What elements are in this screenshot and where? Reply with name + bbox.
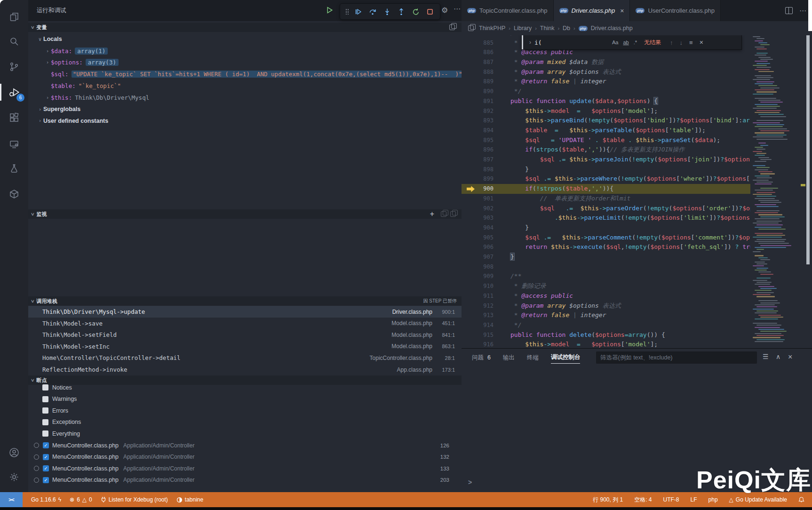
breakpoint-entry[interactable]: ✓MenuController.class.phpApplication/Adm… (28, 462, 462, 474)
breakpoint-filter-everything[interactable]: Everything (28, 428, 462, 439)
close-find-icon[interactable]: × (700, 39, 703, 46)
regex-icon[interactable]: .* (634, 40, 637, 45)
checkbox-checked[interactable]: ✓ (43, 442, 49, 448)
overview-ruler[interactable] (800, 35, 812, 348)
code-line[interactable]: 914 */ (462, 320, 750, 330)
problems-item[interactable]: ⊗6 △0 (70, 496, 92, 503)
go-update-item[interactable]: △Go Update Available (729, 496, 787, 503)
code-line[interactable]: 915public function delete($options=array… (462, 330, 750, 340)
code-line[interactable]: 892 $this->model = $options['model']; (462, 106, 750, 116)
code-line[interactable]: 909/** (462, 271, 750, 281)
run-debug-icon[interactable]: 6 (0, 81, 28, 104)
code-line[interactable]: 888 * @param array $options 表达式 (462, 67, 750, 77)
tabnine-item[interactable]: tabnine (176, 496, 203, 503)
code-line[interactable]: 907} (462, 252, 750, 262)
maximize-panel-icon[interactable]: ∧ (776, 353, 780, 360)
collapse-watch-icon[interactable] (450, 211, 456, 217)
watch-section-header[interactable]: ∨ 监视 + (28, 209, 462, 219)
checkbox[interactable] (42, 430, 48, 437)
tab-terminal[interactable]: 终端 (527, 352, 539, 364)
tab-problems[interactable]: 问题6 (472, 352, 491, 364)
breadcrumb-item[interactable]: Driver.class.php (591, 25, 633, 32)
start-debug-icon[interactable] (325, 5, 334, 15)
close-tab-icon[interactable]: × (620, 7, 624, 15)
code-line[interactable]: 890 */ (462, 87, 750, 96)
find-input[interactable]: i( (534, 39, 610, 46)
test-icon[interactable] (0, 157, 28, 180)
code-line[interactable]: 911 * @access public (462, 291, 750, 301)
more-actions-icon[interactable]: ⋯ (799, 7, 806, 15)
code-line[interactable]: 900 if(!strpos($table,',')){ (462, 184, 750, 194)
code-line[interactable]: 891public function update($data,$options… (462, 96, 750, 106)
filter-icon[interactable]: ☰ (763, 353, 769, 360)
stack-frame[interactable]: Think\Model->saveModel.class.php451:1 (28, 318, 462, 329)
variable-row[interactable]: ›$options:array(3) (28, 56, 462, 68)
checkbox[interactable] (42, 407, 48, 414)
code-line[interactable]: 912 * @param array $options 表达式 (462, 301, 750, 311)
split-editor-icon[interactable] (785, 7, 793, 14)
variables-scope-superglobals[interactable]: ›Superglobals (28, 104, 462, 115)
variable-row[interactable]: ›$this:Think\Db\Driver\Mysql (28, 92, 462, 104)
code-line[interactable]: 905 $sql .= $this->parseComment(!empty($… (462, 233, 750, 243)
code-line[interactable]: 896 if(strpos($table,',')){// 多表更新支持JOIN… (462, 145, 750, 155)
breakpoint-entry[interactable]: ✓MenuController.class.phpApplication/Adm… (28, 474, 462, 486)
add-watch-icon[interactable]: + (430, 210, 434, 218)
explorer-icon[interactable] (0, 6, 28, 28)
code-line[interactable]: 895 $sql = 'UPDATE ' . $table . $this->p… (462, 135, 750, 145)
go-version-item[interactable]: Go 1.16.6ϟ (31, 496, 61, 503)
indentation-item[interactable]: 空格: 4 (634, 496, 652, 504)
variables-section-header[interactable]: ∨ 变量 (28, 23, 462, 32)
scrollbar-thumb[interactable] (806, 35, 810, 264)
variable-row[interactable]: $table:"`ke_topic`" (28, 80, 462, 92)
find-resize-sash[interactable] (522, 35, 523, 49)
notifications-bell-icon[interactable] (798, 496, 804, 503)
xdebug-item[interactable]: Listen for Xdebug (root) (101, 496, 168, 503)
code-line[interactable]: 889 * @return false | integer (462, 77, 750, 87)
step-over-icon[interactable] (368, 7, 377, 16)
checkbox[interactable] (42, 384, 48, 390)
code-line[interactable]: 894 $table = $this->parseTable($options[… (462, 126, 750, 135)
code-line[interactable]: 897 $sql .= $this->parseJoin(!empty($opt… (462, 155, 750, 165)
stack-frame[interactable]: Think\Model->setIncModel.class.php863:1 (28, 341, 462, 352)
source-control-icon[interactable] (0, 56, 28, 78)
tab-output[interactable]: 输出 (503, 352, 515, 364)
debug-console-filter-input[interactable]: 筛选器(例如 text、!exclude) (596, 351, 757, 364)
code-line[interactable]: 904 } (462, 223, 750, 233)
language-mode-item[interactable]: php (709, 496, 718, 503)
checkbox-checked[interactable]: ✓ (43, 477, 49, 483)
remove-all-watch-icon[interactable] (441, 211, 446, 217)
callstack-section-header[interactable]: ∨ 调用堆栈 因 STEP 已暂停 (28, 296, 462, 306)
variable-row[interactable]: $sql:"UPDATE `ke_topic` SET `hits`=hits+… (28, 68, 462, 80)
stack-frame[interactable]: Home\Controller\TopicController->detailT… (28, 352, 462, 364)
breadcrumb-item[interactable]: Library (514, 25, 532, 32)
stop-icon[interactable] (425, 7, 435, 16)
stack-frame[interactable]: Think\Model->setFieldModel.class.php841:… (28, 329, 462, 341)
remote-explorer-icon[interactable] (0, 133, 28, 155)
code-line[interactable]: 887 * @param mixed $data 数据 (462, 57, 750, 67)
continue-icon[interactable] (353, 7, 363, 16)
whole-word-icon[interactable]: ab (623, 40, 629, 45)
accounts-icon[interactable] (0, 441, 28, 464)
debug-console-prompt[interactable]: > (468, 478, 472, 486)
code-line[interactable]: 906 return $this->execute($sql,!empty($o… (462, 242, 750, 252)
restart-icon[interactable] (411, 7, 421, 16)
find-in-selection-icon[interactable]: ≡ (689, 39, 693, 46)
settings-gear-icon[interactable] (0, 466, 28, 488)
debug-settings-gear-icon[interactable]: ⚙ (441, 6, 448, 15)
debug-more-actions-icon[interactable]: ⋯ (454, 5, 461, 13)
code-line[interactable]: 902 $sql .= $this->parseOrder(!empty($op… (462, 204, 750, 214)
breadcrumb-item[interactable]: Db (563, 25, 570, 32)
tab-topiccontroller[interactable]: php TopicController.class.php (462, 0, 554, 21)
breakpoint-entry[interactable]: ✓MenuController.class.phpApplication/Adm… (28, 439, 462, 451)
remote-indicator[interactable]: >< (0, 492, 23, 507)
toggle-replace-icon[interactable]: › (529, 39, 531, 46)
checkbox-checked[interactable]: ✓ (43, 454, 49, 460)
breadcrumb-item[interactable]: Think (540, 25, 555, 32)
step-into-icon[interactable] (382, 7, 392, 16)
stack-frame[interactable]: Think\Db\Driver\Mysql->updateDriver.clas… (28, 306, 462, 318)
code-line[interactable]: 898 } (462, 165, 750, 175)
code-line[interactable]: 893 $this->parseBind(!empty($options['bi… (462, 116, 750, 126)
match-case-icon[interactable]: Aa (612, 40, 618, 45)
checkbox[interactable] (42, 396, 48, 402)
cursor-position-item[interactable]: 行 900, 列 1 (593, 496, 623, 504)
